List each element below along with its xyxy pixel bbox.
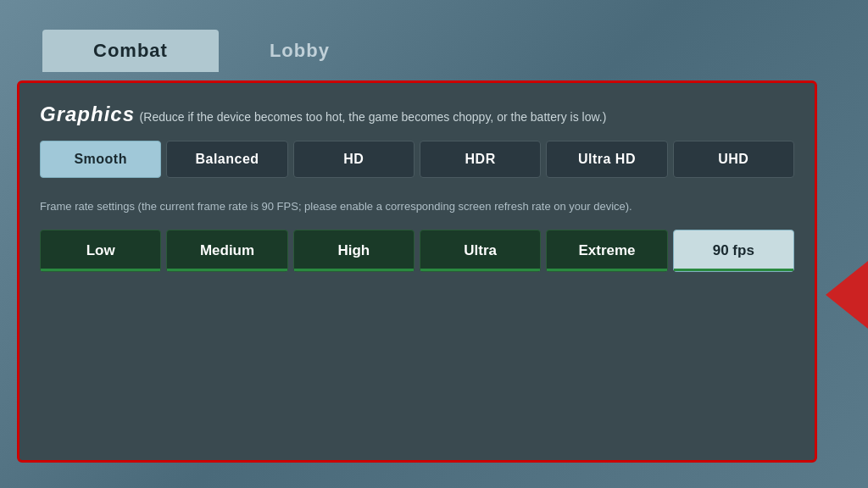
- fps-option-90fps[interactable]: 90 fps: [673, 230, 794, 272]
- fps-option-extreme[interactable]: Extreme: [546, 230, 667, 272]
- arrow-right-icon[interactable]: [826, 261, 868, 329]
- settings-panel: Graphics (Reduce if the device becomes t…: [17, 80, 817, 463]
- fps-options-group: Low Medium High Ultra Extreme 90 fps: [40, 230, 794, 272]
- fps-option-ultra[interactable]: Ultra: [420, 230, 541, 272]
- graphics-title: Graphics (Reduce if the device becomes t…: [40, 100, 794, 129]
- graphics-option-smooth[interactable]: Smooth: [40, 141, 161, 178]
- fps-option-low[interactable]: Low: [40, 230, 161, 272]
- graphics-option-uhd[interactable]: UHD: [673, 141, 794, 178]
- graphics-option-ultra-hd[interactable]: Ultra HD: [546, 141, 667, 178]
- fps-option-medium[interactable]: Medium: [166, 230, 287, 272]
- tab-lobby[interactable]: Lobby: [219, 30, 381, 72]
- tab-combat[interactable]: Combat: [42, 30, 219, 72]
- graphics-option-balanced[interactable]: Balanced: [166, 141, 287, 178]
- framerate-note: Frame rate settings (the current frame r…: [40, 198, 794, 215]
- graphics-options-group: Smooth Balanced HD HDR Ultra HD UHD: [40, 141, 794, 178]
- graphics-option-hdr[interactable]: HDR: [420, 141, 541, 178]
- fps-option-high[interactable]: High: [293, 230, 415, 272]
- tab-bar: Combat Lobby: [0, 0, 868, 72]
- graphics-option-hd[interactable]: HD: [293, 141, 415, 178]
